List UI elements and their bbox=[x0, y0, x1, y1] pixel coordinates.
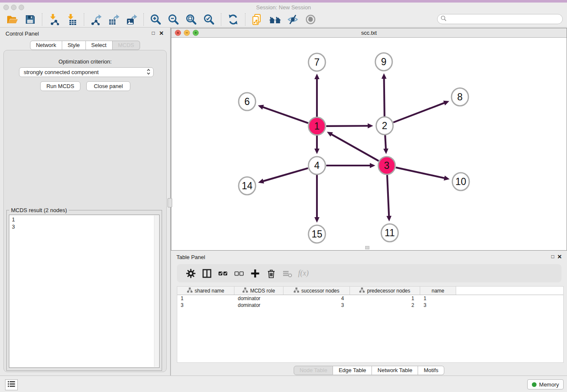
run-mcds-button[interactable]: Run MCDS bbox=[40, 81, 80, 91]
close-panel-button[interactable]: Close panel bbox=[86, 81, 130, 91]
column-header-MCDS-role[interactable]: MCDS role bbox=[234, 287, 284, 295]
table-panel-float-icon[interactable]: □ bbox=[551, 254, 554, 259]
columns-icon[interactable] bbox=[201, 268, 212, 279]
export-image-icon[interactable] bbox=[125, 13, 138, 26]
graph-edge-3-10[interactable] bbox=[396, 168, 445, 178]
optimization-criterion-select[interactable]: strongly connected component bbox=[19, 67, 154, 77]
column-header-label: shared name bbox=[195, 288, 224, 294]
import-table-icon[interactable] bbox=[66, 13, 78, 26]
column-header-label: name bbox=[432, 288, 444, 294]
node-table[interactable]: shared nameMCDS rolesuccessor nodesprede… bbox=[177, 286, 564, 363]
graph-node-15[interactable]: 15 bbox=[308, 225, 325, 243]
graph-node-7[interactable]: 7 bbox=[308, 53, 325, 71]
column-header-successor-nodes[interactable]: successor nodes bbox=[284, 287, 350, 295]
network-window-resize-handle[interactable] bbox=[365, 246, 369, 249]
graph-edge-3-11[interactable] bbox=[387, 175, 389, 217]
graph-node-4[interactable]: 4 bbox=[308, 157, 325, 174]
table-row[interactable]: 1dominator411 bbox=[177, 295, 563, 302]
graph-edge-arrowhead-1-4 bbox=[314, 149, 319, 154]
graph-edge-2-8[interactable] bbox=[394, 103, 445, 123]
import-network-icon[interactable] bbox=[48, 13, 61, 26]
mcds-result-title: MCDS result (2 nodes) bbox=[9, 207, 69, 213]
table-cell[interactable]: 4 bbox=[284, 295, 350, 302]
graph-edge-4-14[interactable] bbox=[262, 168, 308, 181]
column-header-predecessor-nodes[interactable]: predecessor nodes bbox=[350, 287, 420, 295]
control-panel-close-icon[interactable]: ✕ bbox=[159, 30, 164, 36]
graph-edge-arrowhead-1-2 bbox=[368, 123, 373, 128]
add-row-icon[interactable] bbox=[250, 268, 261, 279]
gear-icon[interactable] bbox=[185, 268, 196, 279]
table-cell[interactable]: 3 bbox=[420, 302, 456, 309]
select-all-icon[interactable] bbox=[217, 268, 228, 279]
export-network-icon[interactable] bbox=[90, 13, 102, 26]
graph-edge-2-9[interactable] bbox=[384, 78, 385, 116]
network-window-titlebar: scc.txt bbox=[171, 28, 567, 38]
tab-network-table[interactable]: Network Table bbox=[372, 366, 418, 375]
tab-select[interactable]: Select bbox=[86, 41, 113, 50]
graph-node-9[interactable]: 9 bbox=[375, 53, 392, 71]
toolbar-separator bbox=[84, 13, 84, 26]
column-header-shared-name[interactable]: shared name bbox=[177, 287, 234, 295]
tab-mcds[interactable]: MCDS bbox=[113, 41, 140, 50]
memory-button[interactable]: Memory bbox=[527, 379, 564, 389]
graph-node-10[interactable]: 10 bbox=[452, 173, 469, 190]
table-cell[interactable]: 1 bbox=[350, 295, 420, 302]
graph-edge-1-2[interactable] bbox=[326, 126, 369, 126]
open-folder-icon[interactable] bbox=[6, 13, 19, 26]
table-cell[interactable]: 3 bbox=[284, 302, 350, 309]
graph-node-6[interactable]: 6 bbox=[239, 93, 256, 110]
graph-node-8[interactable]: 8 bbox=[451, 88, 468, 106]
graph-node-11[interactable]: 11 bbox=[381, 224, 398, 242]
table-cell[interactable]: 3 bbox=[177, 302, 234, 309]
table-cell[interactable]: dominator bbox=[234, 295, 284, 302]
zoom-selected-icon[interactable] bbox=[203, 13, 215, 26]
deselect-all-icon[interactable] bbox=[234, 268, 245, 279]
tab-network[interactable]: Network bbox=[30, 41, 62, 50]
window-titlebar: Session: New Session bbox=[0, 3, 567, 12]
tab-style[interactable]: Style bbox=[62, 41, 86, 50]
export-table-icon[interactable] bbox=[107, 13, 120, 26]
graph-node-1[interactable]: 1 bbox=[308, 117, 325, 135]
table-cell[interactable]: dominator bbox=[234, 302, 284, 309]
tab-edge-table[interactable]: Edge Table bbox=[333, 366, 372, 375]
save-icon[interactable] bbox=[24, 13, 36, 26]
memory-label: Memory bbox=[539, 381, 559, 388]
table-cell[interactable]: 2 bbox=[350, 302, 420, 309]
mcds-result-scrollbar[interactable] bbox=[154, 215, 159, 367]
task-history-button[interactable] bbox=[5, 379, 18, 390]
graph-node-label: 3 bbox=[384, 160, 390, 171]
refresh-icon[interactable] bbox=[227, 13, 239, 26]
graph-node-3[interactable]: 3 bbox=[378, 157, 395, 174]
table-body: 1dominator4113dominator323 bbox=[177, 295, 563, 309]
table-panel-close-icon[interactable]: ✕ bbox=[557, 254, 562, 260]
mcds-result-box[interactable]: 1 3 bbox=[9, 215, 160, 368]
graph-edge-2-3[interactable] bbox=[385, 135, 386, 149]
graph-edge-1-6[interactable] bbox=[262, 107, 308, 123]
zoom-in-icon[interactable] bbox=[149, 13, 162, 26]
network-canvas[interactable]: 7968124314101511 bbox=[171, 38, 567, 250]
table-cell[interactable]: 1 bbox=[177, 295, 234, 302]
toolbar-separator bbox=[143, 13, 144, 26]
panel-splitter-handle[interactable] bbox=[168, 198, 172, 207]
graph-node-2[interactable]: 2 bbox=[376, 117, 393, 135]
graph-node-label: 14 bbox=[242, 180, 253, 191]
table-row[interactable]: 3dominator323 bbox=[177, 302, 563, 309]
hide-display-icon[interactable] bbox=[286, 13, 299, 26]
tab-motifs[interactable]: Motifs bbox=[418, 366, 444, 375]
graph-node-14[interactable]: 14 bbox=[239, 177, 256, 195]
search-input[interactable] bbox=[447, 15, 562, 23]
table-cell[interactable]: 1 bbox=[420, 295, 456, 302]
zoom-out-icon[interactable] bbox=[167, 13, 180, 26]
tab-node-table[interactable]: Node Table bbox=[294, 366, 333, 375]
control-panel-float-icon[interactable]: □ bbox=[152, 30, 155, 36]
network-graph[interactable]: 7968124314101511 bbox=[171, 38, 567, 251]
delete-row-icon[interactable] bbox=[266, 268, 277, 279]
graph-edge-3-1[interactable] bbox=[331, 134, 379, 161]
home-icon[interactable] bbox=[269, 13, 281, 26]
clone-network-icon[interactable] bbox=[251, 13, 264, 26]
graph-edge-arrowhead-2-3 bbox=[383, 149, 388, 154]
zoom-fit-icon[interactable] bbox=[185, 13, 198, 26]
column-header-name[interactable]: name bbox=[420, 287, 456, 295]
show-display-icon[interactable] bbox=[304, 13, 317, 26]
search-field[interactable] bbox=[437, 14, 563, 24]
